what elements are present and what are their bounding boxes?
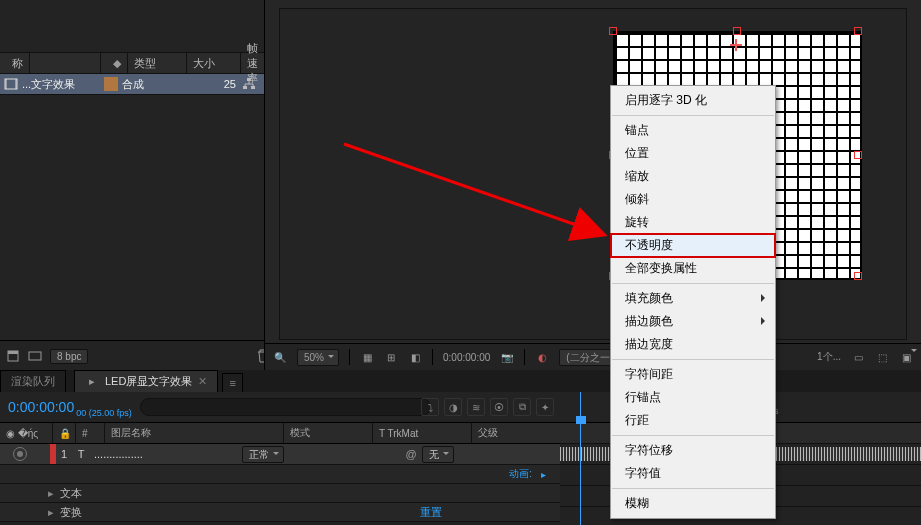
menu-char-value[interactable]: 字符值	[611, 462, 775, 485]
menu-separator	[612, 283, 774, 284]
tab-render-queue[interactable]: 渲染队列	[0, 370, 66, 392]
draft3d-toggle[interactable]: ◑	[444, 398, 462, 416]
current-timecode[interactable]: 0:00:00:00	[0, 399, 82, 415]
menu-anchor[interactable]: 锚点	[611, 119, 775, 142]
prop-transform[interactable]: ▸变换 重置	[0, 503, 560, 522]
menu-skew[interactable]: 倾斜	[611, 188, 775, 211]
animate-row: 重置 动画: ▸	[0, 465, 560, 484]
comp-tab-icon: ▸	[85, 375, 99, 389]
viewer-timecode[interactable]: 0:00:00:00	[443, 352, 490, 363]
item-type: 合成	[122, 77, 168, 92]
project-empty[interactable]	[0, 95, 264, 333]
svg-rect-4	[243, 86, 247, 89]
interpret-icon[interactable]	[6, 349, 20, 363]
project-item-row[interactable]: ...文字效果 合成 25	[0, 74, 264, 95]
handle-tl[interactable]	[609, 27, 617, 35]
animate-add-icon[interactable]: ▸	[536, 467, 550, 481]
reset-link[interactable]: 重置	[420, 505, 442, 520]
num-col[interactable]: #	[76, 423, 105, 443]
handle-tm[interactable]	[733, 27, 741, 35]
twirl-icon[interactable]: ▸	[48, 487, 54, 500]
color-mgmt-icon[interactable]: ◐	[535, 350, 549, 364]
zoom-dropdown[interactable]: 50%	[297, 349, 339, 366]
item-label-color[interactable]	[104, 77, 118, 91]
search-input[interactable]	[140, 398, 431, 416]
tab-label: LED屏显文字效果	[105, 374, 192, 389]
menu-fill-color[interactable]: 填充颜色	[611, 287, 775, 310]
name-col[interactable]: 图层名称	[105, 423, 284, 443]
frameblend-toggle[interactable]: ≋	[467, 398, 485, 416]
anchor-point-icon[interactable]	[730, 39, 742, 51]
pickwhip-icon[interactable]: @	[404, 447, 418, 461]
brainstorm-icon[interactable]: ✦	[536, 398, 554, 416]
twirl-icon[interactable]: ▸	[48, 506, 54, 519]
menu-blur[interactable]: 模糊	[611, 492, 775, 515]
menu-opacity[interactable]: 不透明度	[611, 234, 775, 257]
lock-col[interactable]: 🔒	[53, 423, 76, 443]
timecode-row: 0:00:00:00 00 (25.00 fps) ⤵ ◑ ≋ ⦿ ⧉ ✦	[0, 392, 560, 423]
layer-name[interactable]: ................	[90, 448, 242, 460]
svg-rect-7	[8, 351, 18, 354]
mode-col[interactable]: 模式	[284, 423, 373, 443]
view-count[interactable]: 1个...	[817, 350, 841, 364]
bpc-toggle[interactable]: 8 bpc	[50, 349, 88, 364]
handle-tr[interactable]	[854, 27, 862, 35]
col-name[interactable]: 称	[6, 53, 30, 73]
col-size[interactable]: 大小	[187, 53, 241, 73]
menu-stroke-color[interactable]: 描边颜色	[611, 310, 775, 333]
timeline-panel: 0:00:00:00 00 (25.00 fps) ⤵ ◑ ≋ ⦿ ⧉ ✦ ◉ …	[0, 392, 921, 525]
magnify-icon[interactable]: 🔍	[273, 350, 287, 364]
viewer-canvas[interactable]	[279, 8, 907, 340]
current-time-indicator[interactable]	[580, 392, 581, 525]
col-fps[interactable]: 帧速率	[241, 53, 264, 73]
item-name: ...文字效果	[22, 77, 100, 92]
3d-view-icon[interactable]: ⬚	[875, 350, 889, 364]
viewer-footer: 🔍 50% ▦ ⊞ ◧ 0:00:00:00 📷 ◐ (二分之一 1个... ▭…	[265, 343, 921, 370]
timeline-left: 0:00:00:00 00 (25.00 fps) ⤵ ◑ ≋ ⦿ ⧉ ✦ ◉ …	[0, 392, 561, 525]
grid-icon[interactable]: ▦	[360, 350, 374, 364]
moblur-toggle[interactable]: ⦿	[490, 398, 508, 416]
menu-position[interactable]: 位置	[611, 142, 775, 165]
parent-col[interactable]: 父级	[472, 423, 560, 443]
animate-context-menu: 启用逐字 3D 化 锚点 位置 缩放 倾斜 旋转 不透明度 全部变换属性 填充颜…	[610, 85, 776, 519]
menu-leading[interactable]: 行距	[611, 409, 775, 432]
av-col[interactable]: ◉ �ής	[0, 423, 53, 443]
shy-toggle[interactable]: ⤵	[421, 398, 439, 416]
panel-menu[interactable]: ≡	[222, 373, 242, 392]
item-fps: 25	[212, 78, 236, 90]
menu-tracking[interactable]: 字符间距	[611, 363, 775, 386]
snapshot-icon[interactable]: 📷	[500, 350, 514, 364]
handle-br[interactable]	[854, 272, 862, 280]
visibility-toggle[interactable]	[13, 447, 27, 461]
view-layout-icon[interactable]: ▭	[851, 350, 865, 364]
label-icon[interactable]: ◆	[107, 53, 128, 73]
flowchart-icon[interactable]	[242, 77, 256, 91]
menu-all-transform[interactable]: 全部变换属性	[611, 257, 775, 280]
menu-line-anchor[interactable]: 行锚点	[611, 386, 775, 409]
menu-scale[interactable]: 缩放	[611, 165, 775, 188]
trkmat-col[interactable]: T TrkMat	[373, 423, 472, 443]
blend-mode-dropdown[interactable]: 正常	[242, 446, 284, 463]
prop-text[interactable]: ▸文本	[0, 484, 560, 503]
menu-separator	[612, 115, 774, 116]
menu-stroke-width[interactable]: 描边宽度	[611, 333, 775, 356]
col-type[interactable]: 类型	[128, 53, 188, 73]
svg-rect-5	[251, 86, 255, 89]
animate-label: 动画:	[509, 467, 532, 481]
tab-composition[interactable]: ▸ LED屏显文字效果 ✕	[74, 370, 218, 392]
graph-toggle[interactable]: ⧉	[513, 398, 531, 416]
project-columns: 称 ◆ 类型 大小 帧速率	[0, 52, 264, 74]
layer-row[interactable]: 1 T ................ 正常 x @ 无	[0, 444, 560, 465]
settings-icon[interactable]	[28, 349, 42, 363]
handle-mr[interactable]	[854, 151, 862, 159]
parent-dropdown[interactable]: 无	[422, 446, 454, 463]
close-icon[interactable]: ✕	[198, 375, 207, 388]
fps-label: 00 (25.00 fps)	[76, 408, 132, 418]
mask-icon[interactable]: ◧	[408, 350, 422, 364]
guides-icon[interactable]: ⊞	[384, 350, 398, 364]
layer-search[interactable]	[140, 398, 413, 416]
menu-rotate[interactable]: 旋转	[611, 211, 775, 234]
layer-index: 1	[56, 448, 72, 460]
menu-char-offset[interactable]: 字符位移	[611, 439, 775, 462]
menu-enable-3d[interactable]: 启用逐字 3D 化	[611, 89, 775, 112]
